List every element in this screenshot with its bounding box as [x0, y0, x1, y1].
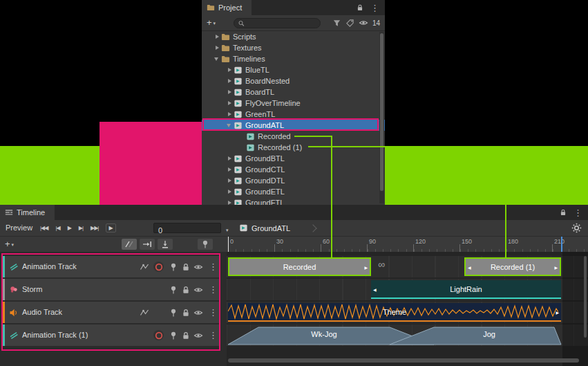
curves-toggle-button[interactable]	[139, 307, 150, 318]
clip-edge-arrow[interactable]: ◀	[468, 264, 471, 269]
track-mute-button[interactable]	[193, 307, 204, 318]
window-menu-icon[interactable]: ⋮	[370, 3, 379, 12]
search-field[interactable]	[234, 18, 321, 28]
tab-timeline[interactable]: Timeline	[0, 205, 55, 220]
track-markers-button[interactable]	[168, 330, 179, 340]
track-header-storm[interactable]: Storm ⋮	[3, 279, 220, 300]
settings-gear-icon[interactable]	[571, 223, 582, 233]
frame-field[interactable]	[153, 223, 221, 233]
clip-lightrain[interactable]: ◀ LightRain	[371, 280, 561, 299]
time-ruler[interactable]: 0 30 60 90 120 150 180 210	[227, 237, 588, 252]
tree-item-groundctl[interactable]: GroundCTL	[202, 164, 385, 175]
chevron-down-icon[interactable]: ▾	[226, 226, 229, 235]
clip-edge-arrow[interactable]: ▶	[556, 309, 559, 314]
go-to-start-button[interactable]: |◀◀	[40, 225, 48, 231]
frame-input[interactable]	[154, 226, 220, 235]
foldout-arrow[interactable]	[225, 75, 234, 86]
tree-item-bluetl[interactable]: BlueTL	[202, 64, 385, 75]
record-button[interactable]	[153, 330, 164, 340]
track-menu-icon[interactable]: ⋮	[209, 330, 218, 340]
track-lock-button[interactable]	[180, 284, 191, 295]
foldout-arrow[interactable]	[225, 175, 234, 186]
clip-edge-arrow[interactable]: ▶	[554, 264, 558, 269]
clip-jog[interactable]: Jog	[437, 330, 541, 338]
tree-item-grounddtl[interactable]: GroundDTL	[202, 175, 385, 186]
foldout-arrow[interactable]	[225, 120, 234, 131]
clip-edge-arrow[interactable]: ◀	[373, 286, 377, 291]
next-frame-button[interactable]: ▶|	[79, 225, 83, 231]
foldout-arrow[interactable]	[225, 197, 234, 205]
search-input[interactable]	[245, 19, 316, 27]
create-asset-button[interactable]: + ▾	[207, 17, 216, 28]
playhead[interactable]	[228, 237, 229, 252]
mix-mode-button[interactable]	[122, 239, 137, 250]
clip-recorded[interactable]: Recorded ▶	[228, 257, 371, 276]
foldout-arrow[interactable]	[213, 42, 221, 53]
track-menu-icon[interactable]: ⋮	[209, 284, 218, 295]
track-markers-button[interactable]	[168, 307, 179, 318]
window-menu-icon[interactable]: ⋮	[573, 208, 582, 217]
foldout-arrow[interactable]	[225, 164, 234, 175]
foldout-arrow[interactable]	[225, 186, 234, 197]
clip-recorded-1[interactable]: ◀ Recorded (1) ▶	[464, 257, 561, 276]
search-by-label-icon[interactable]	[345, 19, 354, 28]
go-to-end-button[interactable]: ▶▶|	[91, 225, 98, 231]
track-mute-button[interactable]	[193, 284, 204, 295]
foldout-arrow[interactable]	[225, 98, 234, 109]
show-markers-button[interactable]	[198, 239, 213, 250]
curves-toggle-button[interactable]	[139, 262, 150, 272]
foldout-arrow[interactable]	[213, 31, 221, 42]
tree-item-textures[interactable]: Textures	[202, 42, 385, 53]
horizontal-scrollbar[interactable]	[228, 358, 579, 363]
track-lock-button[interactable]	[180, 262, 191, 272]
tree-item-scripts[interactable]: Scripts	[202, 31, 385, 42]
track-mute-button[interactable]	[193, 262, 204, 272]
foldout-arrow[interactable]	[225, 109, 234, 120]
tree-item-recorded-1[interactable]: Recorded (1)	[202, 142, 385, 153]
tree-item-groundetl[interactable]: GroundETL	[202, 186, 385, 197]
tree-item-greentl[interactable]: GreenTL	[202, 109, 385, 120]
play-range-button[interactable]: ▶	[106, 223, 115, 232]
tree-item-timelines[interactable]: Timelines	[202, 53, 385, 64]
foldout-arrow[interactable]	[225, 64, 234, 75]
track-markers-button[interactable]	[168, 262, 179, 272]
track-menu-icon[interactable]: ⋮	[209, 262, 218, 272]
track-header-animation-track[interactable]: Animation Track ⋮	[3, 256, 220, 277]
foldout-arrow[interactable]	[225, 86, 234, 98]
clips-area[interactable]: Recorded ▶ ∞ ◀ Recorded (1) ▶ ◀ LightRai…	[227, 252, 588, 366]
track-lock-button[interactable]	[180, 330, 191, 340]
add-track-button[interactable]: + ▾	[5, 238, 14, 250]
track-markers-button[interactable]	[168, 284, 179, 295]
clip-theme[interactable]: Theme ▶	[228, 303, 561, 322]
search-by-type-icon[interactable]	[332, 19, 341, 28]
clip-wk-jog[interactable]: Wk-Jog	[272, 330, 376, 338]
preview-button[interactable]: Preview	[6, 220, 32, 236]
record-button[interactable]	[153, 262, 164, 272]
replace-mode-button[interactable]	[158, 239, 173, 250]
track-menu-icon[interactable]: ⋮	[209, 307, 218, 318]
lock-icon[interactable]	[559, 208, 567, 217]
tree-item-groundftl[interactable]: GroundFTL	[202, 197, 385, 205]
foldout-arrow[interactable]	[213, 53, 221, 64]
track-lock-button[interactable]	[180, 307, 191, 318]
previous-frame-button[interactable]: |◀	[55, 225, 59, 231]
tree-item-groundbtl[interactable]: GroundBTL	[202, 153, 385, 164]
clip-edge-arrow[interactable]: ▶	[364, 264, 368, 269]
lock-icon[interactable]	[356, 3, 364, 12]
foldout-arrow[interactable]	[225, 153, 234, 164]
tree-item-groundatl[interactable]: GroundATL	[202, 120, 385, 131]
tree-item-boardnested[interactable]: BoardNested	[202, 75, 385, 86]
ripple-mode-button[interactable]	[140, 239, 155, 250]
breadcrumb[interactable]: GroundATL	[239, 220, 316, 236]
track-mute-button[interactable]	[193, 330, 204, 340]
tree-item-flyovertimeline[interactable]: FlyOverTimeline	[202, 98, 385, 109]
track-header-animation-track-1[interactable]: Animation Track (1) ⋮	[3, 324, 220, 346]
play-button[interactable]: ▶	[68, 225, 71, 231]
tree-item-boardtl[interactable]: BoardTL	[202, 86, 385, 98]
tree-item-recorded[interactable]: Recorded	[202, 131, 385, 142]
hidden-packages-eye-icon[interactable]	[359, 18, 368, 28]
track-header-audio-track[interactable]: Audio Track ⋮	[3, 302, 220, 323]
scrollbar-thumb[interactable]	[380, 33, 383, 191]
project-scrollbar[interactable]	[379, 32, 384, 203]
tab-project[interactable]: Project	[202, 0, 252, 15]
